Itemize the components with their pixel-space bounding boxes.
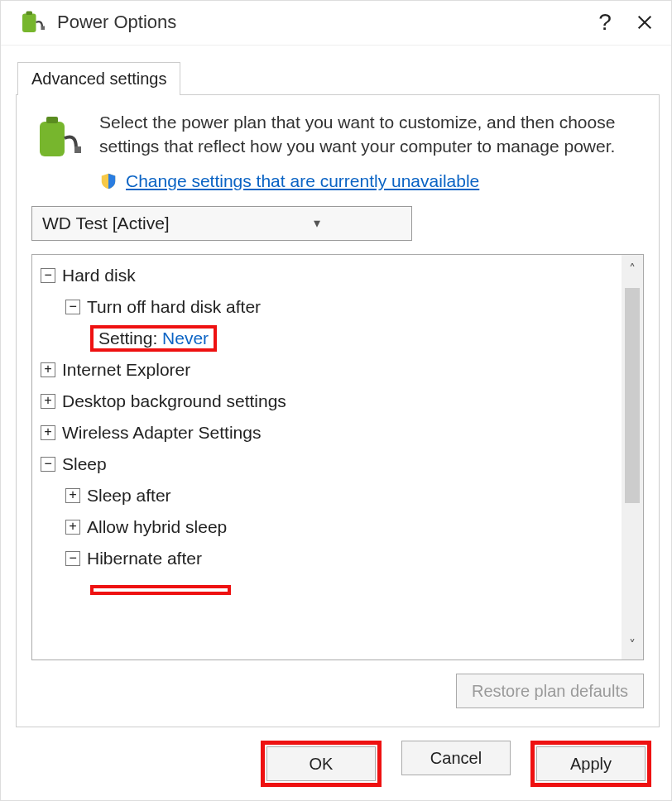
collapse-icon[interactable] xyxy=(41,268,55,283)
tabstrip: Advanced settings xyxy=(17,62,671,95)
svg-rect-3 xyxy=(40,122,65,156)
scroll-down-icon[interactable]: ˅ xyxy=(622,630,643,660)
expand-icon[interactable] xyxy=(41,425,55,440)
intro-text: Select the power plan that you want to c… xyxy=(99,110,644,163)
svg-rect-5 xyxy=(74,146,81,153)
collapse-icon[interactable] xyxy=(65,300,80,314)
expand-icon[interactable] xyxy=(41,362,55,377)
chevron-down-icon: ▾ xyxy=(222,215,411,231)
setting-value[interactable]: Never xyxy=(162,329,209,348)
tree-item-hibernate-after[interactable]: Hibernate after xyxy=(36,543,618,574)
expand-icon[interactable] xyxy=(41,394,55,409)
tree-item-hard-disk[interactable]: Hard disk xyxy=(36,260,618,291)
restore-defaults-button[interactable]: Restore plan defaults xyxy=(456,674,644,708)
tree-item-sleep-after[interactable]: Sleep after xyxy=(36,480,618,511)
ok-button[interactable]: OK xyxy=(266,746,376,781)
titlebar: Power Options ? xyxy=(1,1,671,46)
power-plan-dropdown[interactable]: WD Test [Active] ▾ xyxy=(31,206,412,241)
apply-button[interactable]: Apply xyxy=(536,746,646,781)
highlight-box xyxy=(90,585,231,595)
battery-icon xyxy=(17,7,47,37)
tree-item-desktop-background[interactable]: Desktop background settings xyxy=(36,386,618,417)
expand-icon[interactable] xyxy=(65,520,80,535)
tab-advanced-settings[interactable]: Advanced settings xyxy=(17,62,180,95)
power-plan-selected: WD Test [Active] xyxy=(32,213,222,233)
scrollbar[interactable]: ˄ ˅ xyxy=(622,255,643,660)
collapse-icon[interactable] xyxy=(65,551,80,566)
svg-rect-0 xyxy=(22,14,36,33)
tree-item-internet-explorer[interactable]: Internet Explorer xyxy=(36,354,618,386)
expand-icon[interactable] xyxy=(65,488,80,503)
change-unavailable-link[interactable]: Change settings that are currently unava… xyxy=(126,171,479,191)
tree-item-wireless-adapter[interactable]: Wireless Adapter Settings xyxy=(36,417,618,448)
help-button[interactable]: ? xyxy=(585,2,625,42)
tree-item-hibernate-setting[interactable] xyxy=(36,574,618,606)
scroll-up-icon[interactable]: ˄ xyxy=(622,255,643,285)
settings-tree: Hard disk Turn off hard disk after Setti… xyxy=(31,254,644,660)
power-options-dialog: Power Options ? Advanced settings Select… xyxy=(0,0,672,801)
shield-icon xyxy=(99,172,118,190)
svg-rect-4 xyxy=(46,117,58,123)
tree-item-hard-disk-setting[interactable]: Setting: Never xyxy=(36,323,618,354)
collapse-icon[interactable] xyxy=(41,457,55,472)
tree-item-sleep[interactable]: Sleep xyxy=(36,448,618,480)
tree-item-turn-off-hard-disk[interactable]: Turn off hard disk after xyxy=(36,291,618,323)
close-button[interactable] xyxy=(625,2,665,42)
cancel-button[interactable]: Cancel xyxy=(401,741,511,775)
dialog-footer: OK Cancel Apply xyxy=(1,727,671,800)
battery-large-icon xyxy=(31,110,84,163)
tree-item-allow-hybrid-sleep[interactable]: Allow hybrid sleep xyxy=(36,511,618,543)
highlight-box: Setting: Never xyxy=(90,325,217,352)
highlight-box: Apply xyxy=(530,741,651,787)
highlight-box: OK xyxy=(261,741,382,787)
window-title: Power Options xyxy=(57,12,585,33)
tab-body: Select the power plan that you want to c… xyxy=(16,94,660,727)
scroll-thumb[interactable] xyxy=(625,288,640,503)
svg-rect-2 xyxy=(41,26,46,31)
svg-rect-1 xyxy=(26,12,33,16)
